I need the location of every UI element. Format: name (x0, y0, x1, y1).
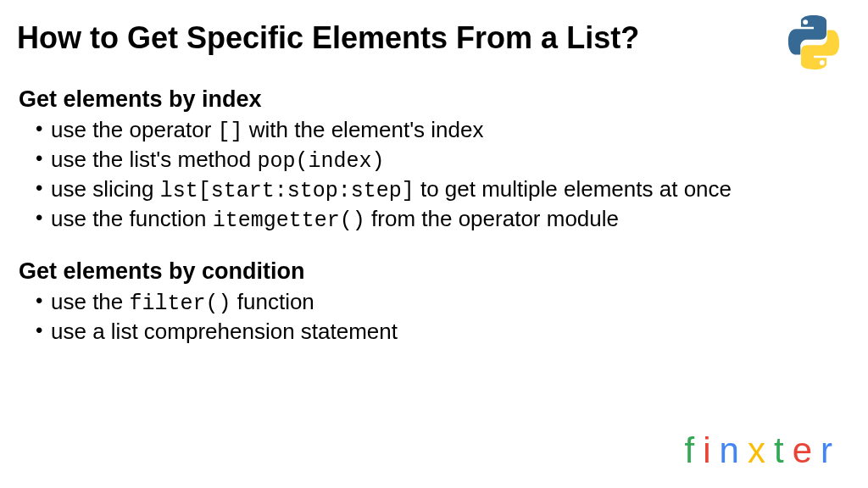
brand-logo: finxter (685, 430, 841, 471)
python-logo-icon (783, 12, 844, 76)
brand-letter: f (685, 430, 704, 470)
list-item: use the filter() function (51, 288, 851, 318)
list-item: use slicing lst[start:stop:step] to get … (51, 175, 851, 205)
brand-letter: x (748, 430, 774, 470)
list-item: use the function itemgetter() from the o… (51, 205, 851, 235)
inline-code: itemgetter() (213, 208, 365, 233)
section-heading: Get elements by condition (19, 258, 851, 285)
list-item: use a list comprehension statement (51, 318, 851, 347)
brand-letter: n (720, 430, 748, 470)
brand-letter: e (793, 430, 821, 470)
list-item: use the list's method pop(index) (51, 146, 851, 175)
brand-letter: i (703, 430, 719, 470)
bullet-list: use the operator [] with the element's i… (17, 116, 851, 235)
inline-code: [] (218, 119, 243, 144)
page-title: How to Get Specific Elements From a List… (17, 20, 639, 56)
inline-code: pop(index) (257, 149, 384, 174)
inline-code: filter() (130, 291, 231, 316)
bullet-list: use the filter() function use a list com… (17, 288, 851, 347)
section-by-index: Get elements by index use the operator [… (17, 86, 851, 235)
list-item: use the operator [] with the element's i… (51, 116, 851, 146)
section-by-condition: Get elements by condition use the filter… (17, 258, 851, 347)
section-heading: Get elements by index (19, 86, 851, 113)
brand-letter: t (774, 430, 793, 470)
brand-letter: r (821, 430, 841, 470)
inline-code: lst[start:stop:step] (160, 179, 415, 203)
